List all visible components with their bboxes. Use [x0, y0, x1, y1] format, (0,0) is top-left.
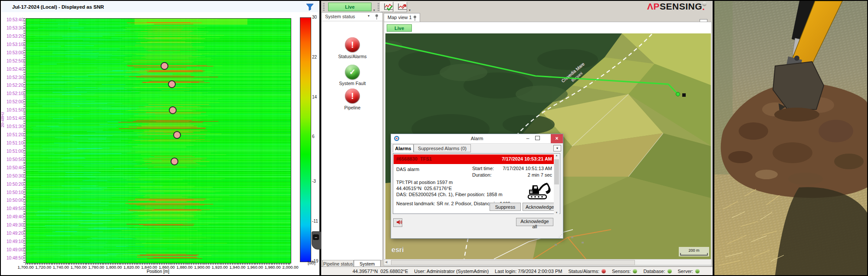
toolbar-overflow-chevron[interactable]: ▾: [409, 8, 411, 12]
toolbar-overflow-chevron[interactable]: ▾: [373, 8, 375, 12]
filter-funnel-icon[interactable]: [306, 3, 314, 11]
alarm-type: DAS alarm: [396, 167, 419, 172]
scroll-thumb[interactable]: [554, 159, 559, 184]
logged-in-user: User: Administrator (SystemAdmin): [414, 269, 489, 274]
position-tick-label: 1,920.00: [212, 265, 228, 269]
position-tick-label: 1,780.00: [88, 265, 104, 269]
status-bar: 44.39577°N 025.68802°E User: Administrat…: [321, 266, 713, 275]
alarm-marker[interactable]: [171, 158, 178, 165]
suppress-button[interactable]: Suppress: [490, 203, 521, 211]
system-fault-icon[interactable]: ✓: [345, 65, 360, 79]
position-tick-label: 1,800.00: [106, 265, 122, 269]
time-tick-label: 10:49:00: [2, 247, 23, 252]
time-tick-label: 10:53:30: [2, 26, 23, 30]
time-tick-label: 10:48:50: [2, 256, 23, 260]
alarm-sound-button[interactable]: [393, 218, 402, 227]
apsensing-app-panel: Live ▾ ▾ ΛPSENSING. System status ▼: [321, 1, 713, 275]
system-status-sidebar: System status ▼ ! Status/Alarms ✓ System…: [321, 12, 383, 260]
time-tick-label: 10:51:10: [2, 141, 23, 145]
scroll-up-arrow[interactable]: ▲: [554, 154, 559, 157]
alarm-banner-time: 7/17/2024 10:53:21 AM: [502, 156, 552, 161]
time-tick-label: 10:52:00: [2, 99, 23, 104]
chart-check-icon: [383, 3, 394, 11]
photo-svg: [714, 1, 867, 275]
alarm-marker[interactable]: [169, 106, 177, 114]
time-tick-label: 10:52:30: [2, 75, 23, 80]
duration-label: Duration:: [472, 172, 492, 177]
pin-icon[interactable]: [413, 15, 417, 21]
status-indicator: Database:: [643, 269, 671, 274]
tab-alarms[interactable]: Alarms: [393, 144, 414, 152]
status-indicator: Server:: [678, 269, 700, 274]
time-tick-label: 10:52:40: [2, 67, 23, 72]
logo-dot: .: [702, 2, 707, 6]
snr-waterfall-panel: Jul-17-2024 (Local) - Displayed as SNR 2…: [1, 1, 319, 275]
time-tick-label: 10:49:10: [2, 239, 23, 244]
alarm-list-dropdown[interactable]: ▼: [553, 145, 561, 151]
alarm-marker[interactable]: [168, 80, 176, 88]
status-indicator: Sensors:: [612, 269, 637, 274]
arm-pin: [794, 56, 799, 61]
time-tick-label: 10:49:40: [2, 214, 23, 219]
scroll-thumb[interactable]: [391, 260, 635, 265]
toolbar-grip[interactable]: [323, 3, 325, 11]
position-tick-label: 1,960.00: [247, 265, 263, 269]
alarm-marker[interactable]: [173, 131, 181, 139]
position-tick-label: 1,740.00: [53, 265, 69, 269]
colorbar-tick-label: 22: [312, 55, 317, 59]
resize-grip[interactable]: ⋰: [559, 234, 562, 238]
pipeline-status-icon[interactable]: !: [345, 89, 360, 103]
alarm-banner[interactable]: #6568830 TFS1 7/17/2024 10:53:21 AM: [394, 154, 554, 164]
time-tick-label: 10:49:50: [2, 206, 23, 211]
time-tick-label: 10:50:40: [2, 165, 23, 170]
chevron-down-icon[interactable]: ▼: [367, 14, 370, 17]
chart-ok-tool-button[interactable]: [380, 2, 393, 12]
status-led: [667, 269, 672, 273]
map-live-button[interactable]: Live: [387, 24, 412, 32]
status-indicator: Status/Alarms:: [568, 269, 606, 274]
scroll-left-arrow[interactable]: ◀: [385, 260, 387, 264]
chart-alarm-tool-button[interactable]: [394, 2, 407, 12]
status-led: [633, 269, 637, 273]
pipeline-endpoint[interactable]: [676, 92, 680, 96]
close-button[interactable]: ×: [551, 134, 563, 143]
alarm-list-scrollbar[interactable]: ▲ ▼: [554, 154, 559, 214]
scroll-down-arrow[interactable]: ▼: [554, 211, 559, 214]
endpoint-marker-square[interactable]: [682, 93, 686, 97]
time-tick-label: 10:49:20: [2, 231, 23, 236]
time-tick-label: 10:50:50: [2, 157, 23, 162]
snr-heatmap-plot[interactable]: [26, 18, 291, 263]
acknowledge-all-button[interactable]: Acknowledge all: [516, 218, 553, 226]
time-tick-label: 10:51:50: [2, 108, 23, 112]
colorbar-tick-label: 30: [312, 15, 317, 20]
minimize-button[interactable]: –: [523, 134, 533, 143]
map-view-tab-label: Map view 1: [388, 15, 412, 20]
time-tick-label: 10:50:30: [2, 174, 23, 178]
pin-icon[interactable]: [375, 14, 379, 20]
acknowledge-button[interactable]: Acknowledge: [523, 203, 555, 211]
alarm-dialog-titlebar[interactable]: Alarm – ×: [391, 134, 563, 144]
tab-suppressed-alarms[interactable]: Suppressed Alarms (0): [414, 144, 471, 152]
status-alarms-icon[interactable]: !: [345, 37, 360, 52]
time-tick-label: 10:50:00: [2, 198, 23, 203]
position-tick-label: 1,980.00: [265, 265, 281, 269]
maximize-button[interactable]: [533, 134, 542, 143]
toolbar-live-button[interactable]: Live: [328, 3, 372, 11]
snr-heatmap-canvas[interactable]: [26, 19, 291, 263]
logo-sensing: SENSING: [660, 1, 702, 11]
resize-arrows-icon: ↔: [313, 234, 319, 240]
time-tick-label: 10:52:20: [2, 83, 23, 88]
time-tick-label: 10:50:10: [2, 190, 23, 195]
time-tick-label: 10:53:20: [2, 34, 23, 39]
colorbar-range-handle[interactable]: ↔: [312, 231, 321, 250]
time-tick-label: 10:52:10: [2, 91, 23, 96]
duration-value: 2 min 7 sec: [528, 172, 552, 177]
status-led: [695, 269, 700, 273]
colorbar: [300, 17, 311, 262]
position-tick-label: 1,820.00: [124, 265, 140, 269]
map-horizontal-scrollbar[interactable]: ◀: [384, 259, 712, 265]
logo-ap: ΛP: [647, 1, 660, 11]
map-view-tab[interactable]: Map view 1: [384, 13, 420, 22]
toolbar-grip[interactable]: [378, 3, 379, 11]
alarm-das-line: DAS: DE52000254 (Ch. 1), Fiber position:…: [396, 192, 503, 197]
